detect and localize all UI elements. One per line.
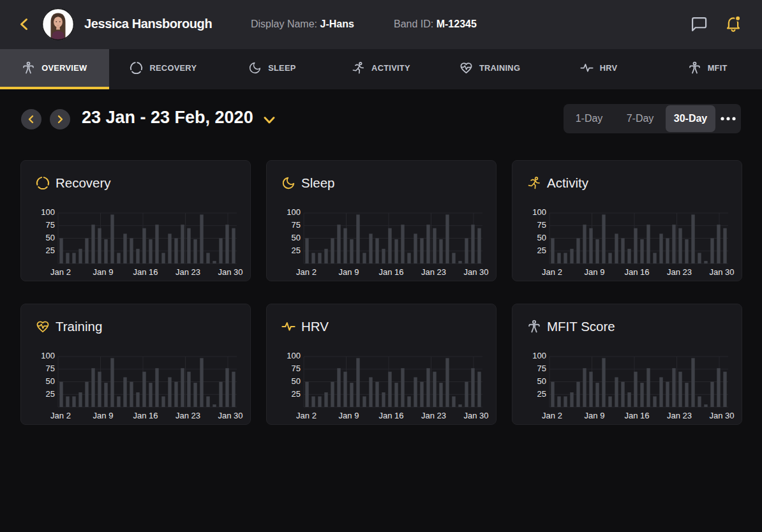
svg-text:Jan 30: Jan 30 [463, 411, 488, 420]
svg-text:25: 25 [292, 389, 301, 399]
svg-text:Jan 9: Jan 9 [339, 411, 359, 420]
svg-text:Jan 16: Jan 16 [133, 267, 158, 277]
svg-text:Jan 9: Jan 9 [585, 411, 605, 420]
svg-text:25: 25 [292, 246, 301, 255]
svg-text:75: 75 [292, 364, 301, 373]
svg-text:Jan 2: Jan 2 [542, 411, 562, 420]
svg-text:100: 100 [41, 351, 55, 360]
svg-text:75: 75 [46, 364, 55, 373]
svg-text:Jan 30: Jan 30 [218, 267, 243, 277]
svg-text:Jan 9: Jan 9 [585, 267, 605, 277]
svg-text:100: 100 [532, 207, 546, 217]
svg-text:50: 50 [292, 233, 301, 242]
svg-text:75: 75 [537, 364, 546, 373]
svg-text:25: 25 [46, 246, 55, 255]
svg-text:Jan 30: Jan 30 [218, 411, 243, 420]
svg-text:Jan 23: Jan 23 [421, 267, 446, 277]
svg-text:Jan 23: Jan 23 [176, 411, 200, 420]
svg-text:Jan 9: Jan 9 [93, 411, 114, 420]
svg-text:Jan 16: Jan 16 [378, 411, 403, 420]
svg-text:Jan 16: Jan 16 [133, 411, 158, 420]
svg-text:Jan 9: Jan 9 [339, 267, 359, 277]
svg-text:Jan 2: Jan 2 [296, 411, 317, 420]
svg-text:Jan 2: Jan 2 [296, 267, 317, 277]
svg-text:Jan 23: Jan 23 [421, 411, 446, 420]
svg-text:Jan 30: Jan 30 [463, 267, 488, 277]
svg-text:25: 25 [537, 389, 546, 399]
svg-text:50: 50 [537, 233, 546, 242]
svg-text:100: 100 [532, 351, 546, 360]
svg-text:Jan 16: Jan 16 [378, 267, 403, 277]
svg-text:100: 100 [41, 207, 55, 217]
svg-text:25: 25 [46, 389, 55, 399]
svg-text:Jan 2: Jan 2 [50, 411, 71, 420]
svg-text:Jan 23: Jan 23 [667, 411, 692, 420]
svg-text:25: 25 [537, 246, 546, 255]
svg-text:50: 50 [292, 376, 301, 386]
svg-text:75: 75 [292, 220, 301, 230]
svg-text:Jan 2: Jan 2 [50, 267, 71, 277]
svg-text:Jan 23: Jan 23 [176, 267, 200, 277]
svg-text:Jan 23: Jan 23 [667, 267, 692, 277]
svg-text:100: 100 [287, 207, 301, 217]
svg-text:Jan 9: Jan 9 [93, 267, 114, 277]
svg-text:Jan 2: Jan 2 [542, 267, 562, 277]
svg-text:Jan 30: Jan 30 [709, 267, 734, 277]
svg-text:75: 75 [46, 220, 55, 230]
svg-text:Jan 30: Jan 30 [709, 411, 734, 420]
svg-text:50: 50 [46, 376, 55, 386]
svg-text:50: 50 [537, 376, 546, 386]
svg-text:100: 100 [287, 351, 301, 360]
svg-text:50: 50 [46, 233, 55, 242]
svg-text:Jan 16: Jan 16 [624, 267, 649, 277]
svg-text:Jan 16: Jan 16 [624, 411, 649, 420]
svg-text:75: 75 [537, 220, 546, 230]
